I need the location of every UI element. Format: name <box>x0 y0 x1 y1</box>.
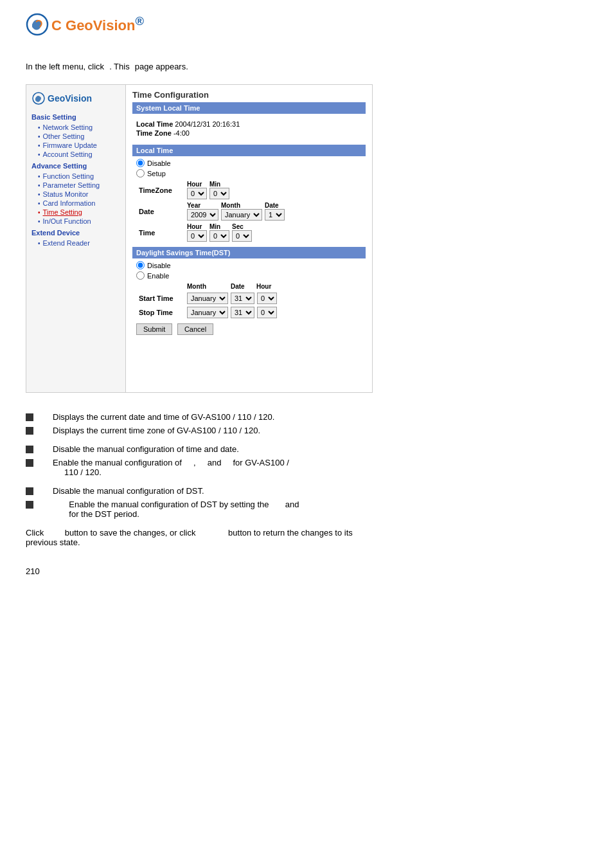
cancel-button[interactable]: Cancel <box>177 323 213 335</box>
tz-hour-col-label: Hour <box>187 181 207 188</box>
sidebar-item-other-setting[interactable]: • Other Setting <box>31 132 120 141</box>
geovision-logo-icon <box>26 13 49 36</box>
bullet-icon: • <box>38 142 40 149</box>
sidebar-item-function-setting[interactable]: • Function Setting <box>31 172 120 181</box>
bullet-list: Displays the current date and time of GV… <box>26 412 587 435</box>
save-text: button to save the changes, or click <box>65 528 196 538</box>
dst-header: Daylight Savings Time(DST) <box>132 247 366 258</box>
submit-button[interactable]: Submit <box>136 323 172 335</box>
month-col-label: Month <box>221 202 262 209</box>
dst-enable-radio-row[interactable]: Enable <box>132 271 366 280</box>
dst-disable-radio-row[interactable]: Disable <box>132 261 366 269</box>
start-hour-select[interactable]: 0 <box>257 293 277 304</box>
intro-line: In the left menu, click . This page appe… <box>26 62 587 71</box>
stop-time-label: Stop Time <box>136 305 184 320</box>
bullet-list-3: Disable the manual configuration of DST.… <box>26 486 587 519</box>
year-col-label: Year <box>187 202 218 209</box>
click-label: Click <box>26 528 44 538</box>
dst-form-table: Month Date Hour Start Time January 31 <box>136 282 282 320</box>
return-text: button to return the changes to its <box>228 528 353 538</box>
timezone-row: TimeZone Hour 0 Min 0 <box>136 179 287 201</box>
sidebar-item-inout-function[interactable]: • In/Out Function <box>31 217 120 226</box>
bullet-item-1-text: Displays the current date and time of GV… <box>53 412 274 422</box>
dst-disable-radio[interactable] <box>136 261 145 269</box>
bullet-item-2: Displays the current time zone of GV-AS1… <box>26 426 587 435</box>
stop-month-select[interactable]: January <box>187 307 228 318</box>
bullet-item-1: Displays the current date and time of GV… <box>26 412 587 422</box>
setup-radio[interactable] <box>136 169 145 177</box>
sidebar-item-extend-reader[interactable]: • Extend Reader <box>31 239 120 248</box>
date-col-label: Date <box>265 202 285 209</box>
bullet-item-3-text: Disable the manual configuration of time… <box>53 444 239 454</box>
time-zone-label: Time Zone <box>136 129 172 137</box>
bullet-square-icon <box>26 487 33 495</box>
bullet-square-icon <box>26 501 33 509</box>
logo-area: C GeoVision® <box>26 13 587 36</box>
previous-state: previous state. <box>26 538 80 547</box>
bullet-icon: • <box>38 218 40 225</box>
time-sec-select[interactable]: 0 <box>232 230 252 242</box>
month-select[interactable]: January <box>221 209 262 221</box>
stop-date-select[interactable]: 31 <box>231 307 254 318</box>
time-hour-col-label: Hour <box>187 223 207 230</box>
year-select[interactable]: 2009 <box>187 209 218 221</box>
disable-radio[interactable] <box>136 159 145 167</box>
sidebar-item-parameter-setting[interactable]: • Parameter Setting <box>31 181 120 190</box>
disable-radio-row[interactable]: Disable <box>132 159 366 167</box>
date-select[interactable]: 1 <box>265 209 285 221</box>
start-date-select[interactable]: 31 <box>231 293 254 304</box>
sidebar-item-time-setting[interactable]: • Time Setting <box>31 208 120 217</box>
setup-radio-row[interactable]: Setup <box>132 169 366 177</box>
main-content: Time Configuration System Local Time Loc… <box>126 85 372 392</box>
bullet-item-5: Disable the manual configuration of DST. <box>26 486 587 496</box>
time-hour-select[interactable]: 0 <box>187 230 207 242</box>
bullet-list-2: Disable the manual configuration of time… <box>26 444 587 477</box>
start-time-label: Start Time <box>136 291 184 305</box>
bullet-item-3: Disable the manual configuration of time… <box>26 444 587 454</box>
bullet-item-2-text: Displays the current time zone of GV-AS1… <box>53 426 260 435</box>
logo-text: C GeoVision® <box>51 14 144 34</box>
sidebar-item-account-setting[interactable]: • Account Setting <box>31 150 120 159</box>
date-label: Date <box>136 201 184 222</box>
bullet-icon: • <box>38 240 40 247</box>
time-min-select[interactable]: 0 <box>209 230 229 242</box>
sidebar-item-network-setting[interactable]: • Network Setting <box>31 123 120 132</box>
dst-date-col-header: Date <box>231 283 254 290</box>
bullet-icon: • <box>38 209 40 216</box>
date-row: Date Year 2009 Month January <box>136 201 287 222</box>
stop-hour-select[interactable]: 0 <box>257 307 277 318</box>
bottom-note: Click button to save the changes, or cli… <box>26 528 587 547</box>
time-sec-col-label: Sec <box>232 223 252 230</box>
bullet-square-icon <box>26 459 33 467</box>
tz-hour-select[interactable]: 0 <box>187 188 207 199</box>
tz-min-col-label: Min <box>209 181 229 188</box>
bullet-icon: • <box>38 151 40 158</box>
tz-min-select[interactable]: 0 <box>209 188 229 199</box>
bullet-item-5-text: Disable the manual configuration of DST. <box>53 486 204 496</box>
screenshot-box: GeoVision Basic Setting • Network Settin… <box>26 84 373 393</box>
sidebar-item-card-information[interactable]: • Card Information <box>31 199 120 208</box>
sidebar-advance-setting-title: Advance Setting <box>31 162 120 170</box>
sidebar-logo-text: GeoVision <box>48 93 92 104</box>
form-buttons: Submit Cancel <box>132 323 366 335</box>
setup-label: Setup <box>147 170 166 177</box>
time-min-col-label: Min <box>209 223 229 230</box>
local-time-value: 2004/12/31 20:16:31 <box>175 120 240 128</box>
dst-disable-label: Disable <box>147 262 171 269</box>
system-local-time-header: System Local Time <box>132 102 366 114</box>
bullet-item-6-text: Enable the manual configuration of DST b… <box>53 500 299 519</box>
start-month-select[interactable]: January <box>187 293 228 304</box>
dst-hour-col-header: Hour <box>256 283 280 290</box>
sidebar-item-status-monitor[interactable]: • Status Monitor <box>31 190 120 199</box>
bullet-square-icon <box>26 446 33 453</box>
sidebar-item-firmware-update[interactable]: • Firmware Update <box>31 141 120 150</box>
dst-enable-radio[interactable] <box>136 271 145 280</box>
bullet-square-icon <box>26 427 33 435</box>
sidebar-logo-icon <box>31 91 46 105</box>
sidebar-logo: GeoVision <box>31 91 120 105</box>
bullet-icon: • <box>38 182 40 189</box>
time-label: Time <box>136 222 184 243</box>
sidebar: GeoVision Basic Setting • Network Settin… <box>26 85 126 392</box>
sidebar-extend-device-title: Extend Device <box>31 229 120 237</box>
dst-month-col-header: Month <box>187 283 228 290</box>
